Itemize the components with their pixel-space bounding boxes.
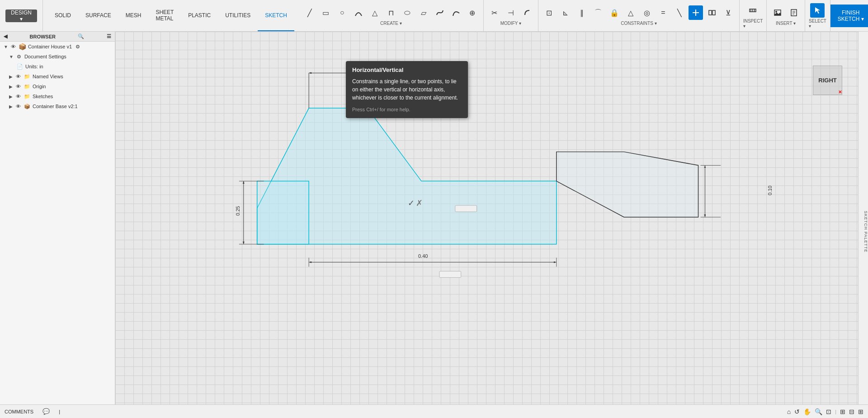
tab-solid[interactable]: SOLID bbox=[47, 0, 78, 31]
zoom-icon[interactable]: 🔍 bbox=[815, 408, 822, 415]
trim-tool[interactable]: ✂ bbox=[487, 5, 502, 20]
create-section: ╱ ▭ ○ △ ⊓ ⬭ ▱ ⊕ bbox=[299, 0, 484, 31]
spline-tool[interactable] bbox=[433, 5, 447, 20]
browser-item-units[interactable]: 📄 Units: in bbox=[0, 62, 115, 71]
finish-sketch-label: FINISH SKETCH ▾ bbox=[836, 10, 866, 22]
orbit-icon[interactable]: ↺ bbox=[794, 408, 800, 415]
tangent-tool[interactable]: ⌒ bbox=[591, 5, 605, 20]
tab-sheet-metal[interactable]: SHEET METAL bbox=[148, 0, 181, 31]
design-label: DESIGN ▾ bbox=[11, 10, 32, 22]
conic-tool[interactable] bbox=[449, 5, 463, 20]
bottom-icons: ⌂ ↺ ✋ 🔍 ⊡ | ⊞ ⊟ ⊞ bbox=[787, 408, 863, 415]
inspect-label[interactable]: INSPECT ▾ bbox=[743, 19, 763, 28]
browser-item-doc-settings[interactable]: ▼ ⚙ Document Settings bbox=[0, 52, 115, 62]
display-options-icon[interactable]: ⊞ bbox=[858, 408, 863, 415]
tab-plastic[interactable]: PLASTIC bbox=[181, 0, 218, 31]
point-tool[interactable]: ⊕ bbox=[465, 5, 480, 20]
select-tools bbox=[810, 3, 825, 18]
home-icon[interactable]: ⌂ bbox=[787, 408, 791, 415]
browser-item-label: Named Views bbox=[33, 74, 63, 79]
select-label[interactable]: SELECT ▾ bbox=[809, 19, 826, 28]
midpoint-tool[interactable]: ⊻ bbox=[721, 5, 736, 20]
finish-sketch-section: FINISH SKETCH ▾ bbox=[830, 0, 868, 31]
sketch-palette-label: SKETCH PALETTE bbox=[863, 211, 868, 252]
select-section: SELECT ▾ bbox=[805, 0, 830, 31]
design-button[interactable]: DESIGN ▾ bbox=[5, 10, 37, 22]
parallel-tool[interactable]: ∥ bbox=[575, 5, 589, 20]
svg-rect-3 bbox=[712, 10, 715, 15]
browser-search-icon[interactable]: 🔍 bbox=[78, 33, 84, 39]
dim-box-2 bbox=[439, 271, 461, 277]
tab-surface[interactable]: SURFACE bbox=[78, 0, 118, 31]
grid-icon[interactable]: ⊞ bbox=[840, 408, 845, 415]
constraints-label[interactable]: CONSTRAINTS ▾ bbox=[621, 21, 656, 26]
polygon-tool[interactable]: ▱ bbox=[416, 5, 431, 20]
finish-sketch-button[interactable]: FINISH SKETCH ▾ bbox=[830, 5, 868, 27]
symmetric-tool[interactable] bbox=[705, 5, 719, 20]
bottom-separator: | bbox=[59, 409, 60, 414]
tab-mesh[interactable]: MESH bbox=[118, 0, 149, 31]
design-section: DESIGN ▾ bbox=[0, 0, 43, 31]
sketch-left-rect bbox=[257, 181, 309, 244]
browser-item-container-house[interactable]: ▼ 👁 📦 Container House v1 ⚙ bbox=[0, 42, 115, 52]
perpendicular-tool[interactable]: ⊾ bbox=[558, 5, 573, 20]
zoom-fit-icon[interactable]: ⊡ bbox=[826, 408, 831, 415]
ellipse-tool[interactable]: ⬭ bbox=[400, 5, 415, 20]
circle-tool[interactable]: ○ bbox=[335, 5, 349, 20]
tooltip-shortcut: Press Ctrl+/ for more help. bbox=[352, 107, 410, 112]
diagonal-tool[interactable]: ╲ bbox=[672, 5, 687, 20]
views-icon: 📁 bbox=[24, 73, 31, 80]
fillet-tool[interactable] bbox=[520, 5, 534, 20]
insert-label[interactable]: INSERT ▾ bbox=[776, 21, 796, 26]
lock-tool[interactable]: 🔒 bbox=[607, 5, 622, 20]
concentric-tool[interactable]: ◎ bbox=[640, 5, 654, 20]
inspect-tools bbox=[745, 3, 760, 18]
browser-collapse-icon[interactable]: ◀ bbox=[4, 33, 7, 39]
browser-item-sketches[interactable]: ▶ 👁 📁 Sketches bbox=[0, 91, 115, 101]
triangle-tool[interactable]: △ bbox=[368, 5, 382, 20]
browser-item-label: Origin bbox=[33, 84, 46, 89]
fix-tool[interactable]: ⊡ bbox=[542, 5, 557, 20]
browser-item-container-base[interactable]: ▶ 👁 📦 Container Base v2:1 bbox=[0, 101, 115, 111]
comment-icon[interactable]: 💬 bbox=[42, 408, 50, 415]
create-label[interactable]: CREATE ▾ bbox=[380, 21, 402, 26]
insert-tools bbox=[770, 5, 801, 20]
dim-040: 0.40 bbox=[418, 253, 428, 259]
arc-tool[interactable] bbox=[351, 5, 366, 20]
eye-icon: 👁 bbox=[10, 43, 17, 50]
dim-010: 0.10 bbox=[767, 185, 772, 195]
select-tool[interactable] bbox=[810, 3, 825, 18]
browser-item-label: Container Base v2:1 bbox=[33, 104, 78, 109]
extend-tool[interactable]: ⊣ bbox=[504, 5, 518, 20]
browser-item-named-views[interactable]: ▶ 👁 📁 Named Views bbox=[0, 71, 115, 81]
eye-icon: 👁 bbox=[14, 103, 22, 110]
line-tool[interactable]: ╱ bbox=[302, 5, 317, 20]
eye-icon: 👁 bbox=[14, 93, 22, 100]
horizontal-vertical-tool[interactable] bbox=[689, 5, 703, 20]
insert-dxf-tool[interactable] bbox=[787, 5, 801, 20]
tab-sketch[interactable]: SKETCH bbox=[258, 0, 294, 31]
nav-tabs: SOLID SURFACE MESH SHEET METAL PLASTIC U… bbox=[43, 0, 299, 31]
constraints-tools: ⊡ ⊾ ∥ ⌒ 🔒 △ ◎ = ╲ ⊻ bbox=[542, 5, 736, 20]
equal-tool[interactable]: = bbox=[656, 5, 670, 20]
tab-utilities[interactable]: UTILITIES bbox=[218, 0, 258, 31]
component-icon: 📦 bbox=[19, 43, 26, 50]
coincident-tool[interactable]: △ bbox=[623, 5, 638, 20]
sketch-canvas: ✓ ✗ bbox=[115, 32, 858, 404]
constraints-section: ⊡ ⊾ ∥ ⌒ 🔒 △ ◎ = ╲ ⊻ CONSTRAI bbox=[538, 0, 740, 31]
modify-label[interactable]: MODIFY ▾ bbox=[500, 21, 521, 26]
insert-image-tool[interactable] bbox=[770, 5, 785, 20]
browser-menu-icon[interactable]: ☰ bbox=[107, 33, 111, 39]
canvas-area[interactable]: Horizontal/Vertical Constrains a single … bbox=[115, 32, 858, 404]
pan-icon[interactable]: ✋ bbox=[803, 408, 811, 415]
comments-label: COMMENTS bbox=[5, 409, 33, 414]
dim-025: 0.25 bbox=[235, 206, 241, 215]
measure-tool[interactable] bbox=[745, 3, 760, 18]
rectangle-tool[interactable]: ▭ bbox=[319, 5, 333, 20]
browser-item-label: Container House v1 bbox=[28, 44, 72, 49]
view-options-icon[interactable]: ⊟ bbox=[849, 408, 854, 415]
main-layout: ◀ BROWSER 🔍 ☰ ▼ 👁 📦 Container House v1 ⚙… bbox=[0, 32, 868, 404]
tooltip-body: Constrains a single line, or two points,… bbox=[352, 77, 462, 102]
browser-item-origin[interactable]: ▶ 👁 📁 Origin bbox=[0, 81, 115, 91]
slot-tool[interactable]: ⊓ bbox=[384, 5, 398, 20]
